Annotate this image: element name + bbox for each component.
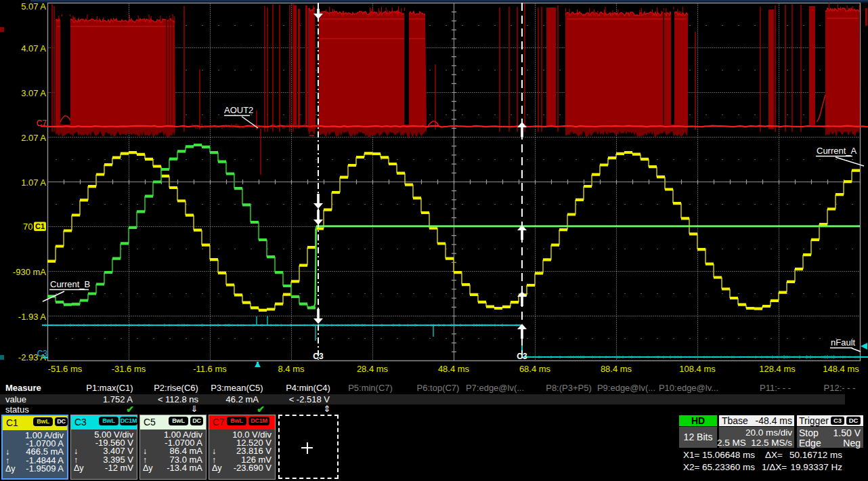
svg-text:C3: C3 — [517, 352, 527, 361]
svg-text:8.4 ms: 8.4 ms — [278, 364, 305, 374]
svg-text:28.4 ms: 28.4 ms — [357, 364, 389, 374]
svg-text:-930 mA: -930 mA — [13, 267, 46, 277]
svg-text:48.4 ms: 48.4 ms — [438, 364, 470, 374]
svg-text:Current_B: Current_B — [50, 279, 90, 289]
svg-text:108.4 ms: 108.4 ms — [679, 364, 716, 374]
svg-text:-31.6 ms: -31.6 ms — [112, 364, 146, 374]
svg-text:88.4 ms: 88.4 ms — [601, 364, 632, 374]
svg-text:128.4 ms: 128.4 ms — [759, 364, 796, 374]
svg-text:4.07 A: 4.07 A — [21, 43, 46, 54]
svg-text:2.07 A: 2.07 A — [21, 133, 46, 143]
svg-text:-51.6 ms: -51.6 ms — [48, 364, 83, 374]
svg-text:Current_A: Current_A — [817, 146, 857, 156]
svg-text:C3: C3 — [313, 352, 324, 361]
svg-text:AOUT2: AOUT2 — [224, 105, 253, 115]
svg-text:5.07 A: 5.07 A — [21, 1, 46, 12]
svg-text:nFault: nFault — [831, 337, 856, 348]
svg-text:1.07 A: 1.07 A — [21, 177, 46, 188]
svg-text:-1.93 A: -1.93 A — [18, 312, 47, 322]
svg-text:68.4 ms: 68.4 ms — [519, 364, 551, 374]
svg-text:C7: C7 — [37, 119, 47, 128]
svg-text:3.07 A: 3.07 A — [21, 88, 46, 98]
svg-text:C1: C1 — [35, 222, 45, 230]
svg-text:-11.6 ms: -11.6 ms — [193, 364, 227, 374]
svg-text:148.4 ms: 148.4 ms — [823, 364, 859, 374]
